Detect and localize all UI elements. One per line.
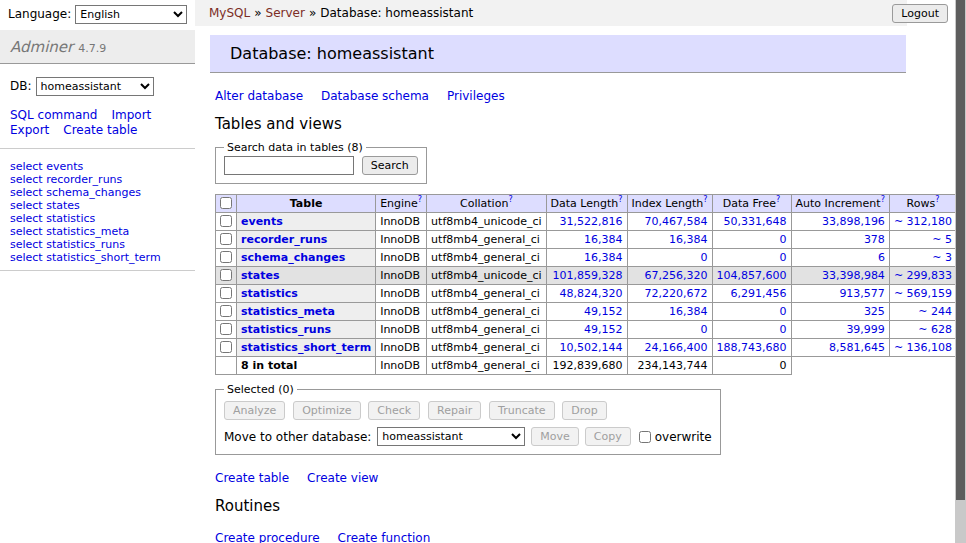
index-length-link[interactable]: 0 — [701, 323, 708, 336]
row-checkbox[interactable] — [220, 251, 232, 263]
database-schema-link[interactable]: Database schema — [321, 89, 429, 103]
data-length-link[interactable]: 16,384 — [584, 233, 623, 246]
vertical-scrollbar[interactable] — [955, 0, 966, 543]
auto-increment-link[interactable]: 325 — [864, 305, 885, 318]
drop-button[interactable]: Drop — [562, 401, 606, 420]
row-checkbox[interactable] — [220, 287, 232, 299]
breadcrumb-mysql-link[interactable]: MySQL — [209, 6, 250, 20]
index-length-link[interactable]: 72,220,672 — [645, 287, 708, 300]
row-checkbox[interactable] — [220, 233, 232, 245]
table-link[interactable]: statistics_runs — [241, 323, 331, 336]
data-free-link[interactable]: 6,291,456 — [731, 287, 787, 300]
table-link[interactable]: states — [241, 269, 280, 282]
table-link[interactable]: statistics_meta — [241, 305, 335, 318]
repair-button[interactable]: Repair — [428, 401, 481, 420]
index-length-link[interactable]: 67,256,320 — [645, 269, 708, 282]
table-select-link[interactable]: select — [10, 238, 43, 251]
rows-link[interactable]: ~ 5 — [932, 233, 952, 246]
db-select[interactable]: homeassistant — [36, 77, 154, 96]
index-length-link[interactable]: 16,384 — [669, 305, 708, 318]
data-free-link[interactable]: 104,857,600 — [717, 269, 787, 282]
help-link[interactable]: ? — [881, 197, 885, 210]
language-select[interactable]: English — [75, 5, 187, 24]
sidebar-table-name-link[interactable]: states — [46, 199, 80, 212]
help-link[interactable]: ? — [703, 197, 707, 210]
table-link[interactable]: events — [241, 215, 283, 228]
select-all-checkbox[interactable] — [220, 197, 232, 209]
data-free-link[interactable]: 0 — [780, 305, 787, 318]
table-select-link[interactable]: select — [10, 251, 43, 264]
data-length-link[interactable]: 10,502,144 — [560, 341, 623, 354]
overwrite-checkbox[interactable] — [639, 431, 651, 443]
table-select-link[interactable]: select — [10, 199, 43, 212]
import-link[interactable]: Import — [111, 108, 151, 122]
sidebar-table-name-link[interactable]: events — [46, 160, 83, 173]
table-link[interactable]: statistics — [241, 287, 298, 300]
table-select-link[interactable]: select — [10, 186, 43, 199]
data-length-link[interactable]: 49,152 — [584, 323, 623, 336]
auto-increment-link[interactable]: 33,898,196 — [822, 215, 885, 228]
data-free-link[interactable]: 0 — [780, 323, 787, 336]
row-checkbox[interactable] — [220, 269, 232, 281]
optimize-button[interactable]: Optimize — [293, 401, 360, 420]
rows-link[interactable]: ~ 3 — [932, 251, 952, 264]
help-link[interactable]: ? — [508, 197, 512, 210]
auto-increment-link[interactable]: 8,581,645 — [829, 341, 885, 354]
create-function-link[interactable]: Create function — [338, 531, 431, 543]
create-view-link[interactable]: Create view — [307, 471, 378, 485]
auto-increment-link[interactable]: 6 — [878, 251, 885, 264]
row-checkbox[interactable] — [220, 323, 232, 335]
scrollbar-thumb[interactable] — [956, 0, 965, 500]
truncate-button[interactable]: Truncate — [489, 401, 554, 420]
breadcrumb-server-link[interactable]: Server — [266, 6, 305, 20]
sidebar-table-name-link[interactable]: statistics_meta — [46, 225, 129, 238]
data-length-link[interactable]: 49,152 — [584, 305, 623, 318]
sql-command-link[interactable]: SQL command — [10, 108, 97, 122]
check-button[interactable]: Check — [368, 401, 420, 420]
index-length-link[interactable]: 16,384 — [669, 233, 708, 246]
alter-database-link[interactable]: Alter database — [215, 89, 303, 103]
search-button[interactable]: Search — [362, 156, 418, 175]
export-link[interactable]: Export — [10, 123, 49, 137]
data-free-link[interactable]: 50,331,648 — [724, 215, 787, 228]
sidebar-table-name-link[interactable]: schema_changes — [46, 186, 141, 199]
create-table-link[interactable]: Create table — [215, 471, 289, 485]
data-length-link[interactable]: 48,824,320 — [560, 287, 623, 300]
sidebar-table-name-link[interactable]: statistics — [46, 212, 95, 225]
auto-increment-link[interactable]: 33,398,984 — [822, 269, 885, 282]
analyze-button[interactable]: Analyze — [224, 401, 285, 420]
help-link[interactable]: ? — [935, 197, 939, 210]
move-button[interactable]: Move — [531, 427, 579, 446]
rows-link[interactable]: ~ 244 — [918, 305, 952, 318]
help-link[interactable]: ? — [418, 197, 422, 210]
table-select-link[interactable]: select — [10, 173, 43, 186]
data-length-link[interactable]: 16,384 — [584, 251, 623, 264]
row-checkbox[interactable] — [220, 305, 232, 317]
row-checkbox[interactable] — [220, 341, 232, 353]
table-select-link[interactable]: select — [10, 160, 43, 173]
rows-link[interactable]: ~ 136,108 — [894, 341, 952, 354]
auto-increment-link[interactable]: 378 — [864, 233, 885, 246]
copy-button[interactable]: Copy — [585, 427, 631, 446]
row-checkbox[interactable] — [220, 215, 232, 227]
sidebar-table-name-link[interactable]: statistics_short_term — [46, 251, 160, 264]
logout-button[interactable]: Logout — [892, 4, 948, 23]
create-procedure-link[interactable]: Create procedure — [215, 531, 320, 543]
sidebar-table-name-link[interactable]: statistics_runs — [46, 238, 125, 251]
sidebar-table-name-link[interactable]: recorder_runs — [46, 173, 122, 186]
index-length-link[interactable]: 70,467,584 — [645, 215, 708, 228]
search-input[interactable] — [224, 156, 354, 175]
auto-increment-link[interactable]: 913,577 — [839, 287, 885, 300]
index-length-link[interactable]: 0 — [701, 251, 708, 264]
table-link[interactable]: recorder_runs — [241, 233, 327, 246]
move-db-select[interactable]: homeassistant — [377, 427, 525, 446]
rows-link[interactable]: ~ 312,180 — [894, 215, 952, 228]
table-link[interactable]: statistics_short_term — [241, 341, 371, 354]
data-free-link[interactable]: 188,743,680 — [717, 341, 787, 354]
data-free-link[interactable]: 0 — [780, 251, 787, 264]
rows-link[interactable]: ~ 628 — [918, 323, 952, 336]
index-length-link[interactable]: 24,166,400 — [645, 341, 708, 354]
auto-increment-link[interactable]: 39,999 — [846, 323, 885, 336]
rows-link[interactable]: ~ 569,159 — [894, 287, 952, 300]
data-free-link[interactable]: 0 — [780, 233, 787, 246]
